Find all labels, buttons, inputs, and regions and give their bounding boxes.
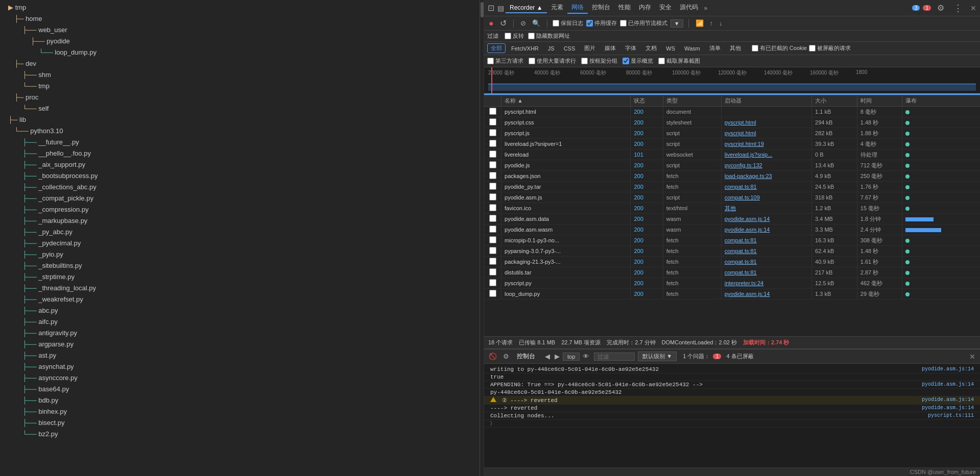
tree-item-bootsubprocess-py[interactable]: ├── _bootsubprocess.py <box>0 170 480 182</box>
preserve-log-checkbox[interactable]: 保留日志 <box>553 19 583 27</box>
tab-performance[interactable]: 性能 <box>614 2 635 14</box>
row-name[interactable]: packages.json <box>501 171 631 182</box>
filter-tab-js[interactable]: JS <box>544 44 558 53</box>
tab-security[interactable]: 安全 <box>655 2 676 14</box>
row-checkbox-cell[interactable] <box>484 278 501 289</box>
tree-item-tmp[interactable]: ▶ tmp <box>0 2 480 13</box>
tree-item-proc[interactable]: ├─ proc <box>0 92 480 103</box>
tree-item-bdb-py[interactable]: ├── bdb.py <box>0 395 480 406</box>
record-button[interactable]: ● <box>487 18 495 29</box>
table-row[interactable]: favicon.ico 200 text/html 其他 1.2 kB 15 毫… <box>484 203 980 214</box>
wifi-icon[interactable]: 📶 <box>694 19 705 28</box>
row-initiator[interactable]: pyconfig.ts:132 <box>721 160 811 171</box>
table-row[interactable]: micropip-0.1-py3-no... 200 fetch compat.… <box>484 235 980 246</box>
row-initiator[interactable]: livereload.js?snip... <box>721 149 811 160</box>
table-row[interactable]: pyodide.js 200 script pyconfig.ts:132 13… <box>484 160 980 171</box>
col-name-header[interactable]: 名称 ▲ <box>501 95 631 107</box>
row-checkbox-cell[interactable] <box>484 182 501 192</box>
throttle-dropdown[interactable]: ▼ <box>671 19 683 28</box>
tree-item-self[interactable]: └── self <box>0 103 480 114</box>
filter-icon-button[interactable]: ⊘ <box>519 19 528 28</box>
console-filter-input[interactable] <box>594 353 635 361</box>
row-checkbox-cell[interactable] <box>484 235 501 246</box>
cookie-intercepted-checkbox[interactable]: 有已拦截的 Cookie <box>752 44 807 52</box>
tree-item-aifc-py[interactable]: ├── aifc.py <box>0 316 480 328</box>
row-checkbox-cell[interactable] <box>484 149 501 160</box>
row-initiator[interactable]: compat.ts:81 <box>721 235 811 246</box>
row-name[interactable]: pyodide.asm.wasm <box>501 224 631 235</box>
row-name[interactable]: livereload <box>501 149 631 160</box>
row-initiator[interactable]: pyodide.asm.js:14 <box>721 214 811 224</box>
row-checkbox-cell[interactable] <box>484 267 501 278</box>
left-scrollbar[interactable] <box>480 0 484 476</box>
tree-item-loop_dump_py[interactable]: └── loop_dump.py <box>0 47 480 58</box>
tree-item-pyodide[interactable]: ├── pyodide <box>0 36 480 47</box>
filter-tab-media[interactable]: 媒体 <box>601 43 619 53</box>
tab-recorder[interactable]: Recorder ▲ <box>506 3 547 13</box>
filter-tab-wasm[interactable]: Wasm <box>681 44 704 53</box>
col-status-header[interactable]: 状态 <box>631 95 663 107</box>
tree-item-asynchat-py[interactable]: ├── asynchat.py <box>0 361 480 372</box>
col-time-header[interactable]: 时间 <box>857 95 902 107</box>
row-initiator[interactable]: compat.ts:81 <box>721 246 811 257</box>
table-row[interactable]: pyscript.py 200 fetch interpreter.ts:24 … <box>484 278 980 289</box>
row-name[interactable]: packaging-21.3-py3-... <box>501 257 631 267</box>
tab-memory[interactable]: 内存 <box>635 2 655 14</box>
row-initiator[interactable]: compat.ts:81 <box>721 267 811 278</box>
row-initiator[interactable]: pyscript.html <box>721 117 811 128</box>
table-row[interactable]: pyodide.asm.data 200 wasm pyodide.asm.js… <box>484 214 980 224</box>
tree-item-weakrefset-py[interactable]: ├── _weakrefset.py <box>0 294 480 305</box>
row-initiator[interactable]: load-package.ts:23 <box>721 171 811 182</box>
row-name[interactable]: pyscript.css <box>501 117 631 128</box>
table-row[interactable]: loop_dump.py 200 fetch pyodide.asm.js:14… <box>484 289 980 299</box>
screenshot-checkbox[interactable]: 截取屏幕截图 <box>658 57 700 65</box>
table-row[interactable]: livereload.js?snipver=1 200 script pyscr… <box>484 139 980 149</box>
row-initiator[interactable]: interpreter.ts:24 <box>721 278 811 289</box>
table-row[interactable]: packages.json 200 fetch load-package.ts:… <box>484 171 980 182</box>
blocked-requests-checkbox[interactable]: 被屏蔽的请求 <box>809 44 851 52</box>
tree-item-python310[interactable]: └── python3.10 <box>0 126 480 137</box>
tree-item-binhex-py[interactable]: ├── binhex.py <box>0 406 480 417</box>
row-checkbox-cell[interactable] <box>484 128 501 139</box>
row-name[interactable]: pyscript.py <box>501 278 631 289</box>
invert-checkbox[interactable]: 反转 <box>505 32 524 40</box>
row-name[interactable]: micropip-0.1-py3-no... <box>501 235 631 246</box>
console-context-selector[interactable]: ◀ ▶ top 👁 <box>543 352 591 361</box>
console-eye-icon[interactable]: 👁 <box>581 352 591 361</box>
row-initiator[interactable]: pyscript.html:19 <box>721 139 811 149</box>
tree-item-collections-abc-py[interactable]: ├── _collections_abc.py <box>0 182 480 193</box>
tree-item-antigravity-py[interactable]: ├── antigravity.py <box>0 328 480 339</box>
tree-item-ast-py[interactable]: ├── ast.py <box>0 350 480 361</box>
tab-elements[interactable]: 元素 <box>547 2 567 14</box>
tree-item-compression-py[interactable]: ├── _compression.py <box>0 204 480 215</box>
console-settings-button[interactable]: ⚙ <box>501 352 511 361</box>
row-name[interactable]: livereload.js?snipver=1 <box>501 139 631 149</box>
table-row[interactable]: pyodide.asm.js 200 script compat.ts:109 … <box>484 192 980 203</box>
hide-data-checkbox[interactable]: 隐藏数据网址 <box>528 32 570 40</box>
col-initiator-header[interactable]: 启动器 <box>721 95 811 107</box>
console-level-dropdown[interactable]: 默认级别 ▼ <box>638 352 677 361</box>
filter-tab-ws[interactable]: WS <box>662 44 679 53</box>
row-checkbox-cell[interactable] <box>484 246 501 257</box>
row-initiator[interactable]: 其他 <box>721 203 811 214</box>
row-initiator[interactable]: compat.ts:81 <box>721 257 811 267</box>
table-row[interactable]: pyscript.js 200 script pyscript.html 282… <box>484 128 980 139</box>
row-name[interactable]: pyparsing-3.0.7-py3-... <box>501 246 631 257</box>
tree-item-phello-py[interactable]: ├── __phello__.foo.py <box>0 148 480 159</box>
more-options-icon[interactable]: ⋮ <box>950 2 966 15</box>
row-initiator[interactable]: pyodide.asm.js:14 <box>721 224 811 235</box>
table-row[interactable]: distutils.tar 200 fetch compat.ts:81 217… <box>484 267 980 278</box>
more-tabs-button[interactable]: » <box>702 3 710 14</box>
devtools-dock-icon[interactable]: ⊡ <box>486 3 496 13</box>
tree-item-pyio-py[interactable]: ├── _pyio.py <box>0 249 480 260</box>
tree-item-aix-py[interactable]: ├── _aix_support.py <box>0 159 480 170</box>
tree-item-abc-py[interactable]: ├── abc.py <box>0 305 480 316</box>
tree-item-base64-py[interactable]: ├── base64.py <box>0 384 480 395</box>
tree-item-home[interactable]: ├─ home <box>0 13 480 24</box>
row-name[interactable]: pyodide.asm.data <box>501 214 631 224</box>
third-party-checkbox[interactable]: 第三方请求 <box>487 57 523 65</box>
row-checkbox-cell[interactable] <box>484 289 501 299</box>
tab-console[interactable]: 控制台 <box>588 2 614 14</box>
row-checkbox-cell[interactable] <box>484 203 501 214</box>
table-row[interactable]: pyscript.html 200 document 1.1 kB 8 毫秒 <box>484 107 980 117</box>
